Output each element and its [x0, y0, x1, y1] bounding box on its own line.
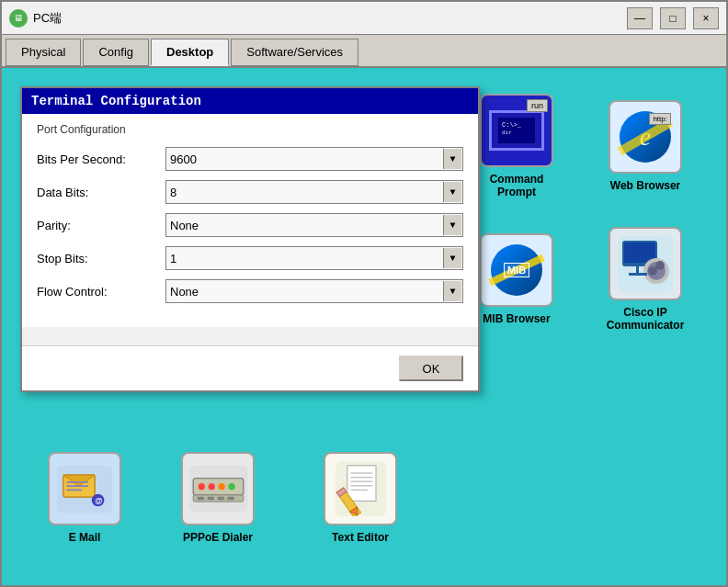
flow-control-wrapper: None XON/XOFFHardware ▼ — [165, 279, 463, 303]
bits-per-second-wrapper: 9600 30060012002400480019200384005760011… — [165, 147, 463, 171]
svg-rect-27 — [197, 497, 203, 501]
close-button[interactable]: × — [693, 7, 719, 29]
content-area: C:\>_ dir run CommandPrompt e http: — [2, 68, 726, 585]
dialog-title: Terminal Configuration — [31, 94, 201, 108]
tab-software[interactable]: Software/Services — [231, 39, 358, 66]
stop-bits-label: Stop Bits: — [37, 252, 165, 265]
email-icon-image: @ — [48, 452, 121, 525]
bits-per-second-label: Bits Per Second: — [37, 152, 165, 166]
cisco-label: Cisco IPCommunicator — [607, 306, 685, 332]
parity-row: Parity: None EvenOddMarkSpace ▼ — [37, 213, 463, 237]
pppoe-icon-image — [181, 452, 255, 525]
parity-select[interactable]: None EvenOddMarkSpace — [165, 213, 463, 237]
headset-svg — [618, 236, 673, 291]
data-bits-label: Data Bits: — [37, 186, 165, 199]
mib-icon-image: MIB — [480, 233, 553, 307]
minimize-button[interactable]: — — [627, 7, 653, 29]
svg-rect-11 — [629, 273, 647, 276]
bits-per-second-row: Bits Per Second: 9600 300600120024004800… — [37, 147, 463, 171]
svg-text:@: @ — [95, 495, 102, 504]
stop-bits-row: Stop Bits: 1 1.52 ▼ — [37, 246, 463, 270]
svg-rect-15 — [66, 480, 88, 482]
email-svg: @ — [57, 464, 112, 514]
run-badge: run — [527, 99, 548, 112]
svg-point-25 — [218, 483, 224, 490]
text-editor-icon[interactable]: Text Editor — [305, 438, 415, 558]
svg-rect-32 — [347, 466, 375, 502]
svg-rect-16 — [66, 485, 88, 487]
main-window: 🖥 PC端 — □ × Physical Config Desktop Soft… — [0, 0, 728, 587]
svg-rect-17 — [66, 489, 82, 491]
maximize-button[interactable]: □ — [660, 7, 686, 29]
terminal-config-dialog: Terminal Configuration Port Configuratio… — [20, 86, 480, 392]
title-bar: 🖥 PC端 — □ × — [2, 2, 726, 35]
ok-button[interactable]: OK — [399, 356, 463, 381]
svg-point-26 — [228, 483, 234, 490]
data-bits-row: Data Bits: 8 567 ▼ — [37, 180, 463, 204]
cmd-label: CommandPrompt — [490, 173, 544, 198]
svg-point-8 — [648, 266, 657, 276]
svg-text:C:\>_: C:\>_ — [502, 121, 522, 129]
dialog-body: Port Configuration Bits Per Second: 9600… — [22, 114, 478, 327]
pppoe-label: PPPoE Dialer — [183, 531, 253, 544]
dialog-title-bar: Terminal Configuration — [22, 88, 478, 114]
svg-rect-29 — [217, 497, 223, 501]
pppoe-svg — [188, 466, 248, 512]
svg-rect-30 — [227, 497, 233, 501]
flow-control-select[interactable]: None XON/XOFFHardware — [165, 279, 463, 303]
cisco-icon-image — [609, 227, 682, 300]
flow-control-row: Flow Control: None XON/XOFFHardware ▼ — [37, 279, 463, 303]
stop-bits-select[interactable]: 1 1.52 — [165, 246, 463, 270]
data-bits-wrapper: 8 567 ▼ — [165, 180, 463, 204]
svg-rect-28 — [207, 497, 213, 501]
bits-per-second-select[interactable]: 9600 30060012002400480019200384005760011… — [165, 147, 463, 171]
app-icon: 🖥 — [9, 9, 28, 28]
dialog-footer: OK — [22, 345, 478, 390]
texteditor-icon-image — [324, 452, 397, 525]
parity-label: Parity: — [37, 219, 165, 232]
http-badge: http: — [649, 113, 671, 125]
svg-point-9 — [655, 261, 665, 270]
cmd-icon-image: C:\>_ dir run — [480, 94, 553, 167]
web-browser-icon[interactable]: e http: Web Browser — [590, 86, 700, 206]
data-bits-select[interactable]: 8 567 — [165, 180, 463, 204]
flow-control-label: Flow Control: — [37, 285, 165, 299]
texteditor-svg — [336, 461, 386, 516]
stop-bits-wrapper: 1 1.52 ▼ — [165, 246, 463, 270]
email-label: E Mail — [69, 531, 101, 544]
cisco-ip-icon[interactable]: Cisco IPCommunicator — [590, 220, 700, 339]
tab-physical[interactable]: Physical — [6, 39, 81, 66]
window-controls: — □ × — [627, 7, 719, 29]
web-browser-label: Web Browser — [610, 179, 680, 192]
mib-label: MIB Browser — [483, 312, 550, 325]
mib-logo: MIB — [491, 244, 542, 296]
svg-rect-10 — [636, 266, 639, 274]
tab-config[interactable]: Config — [83, 39, 149, 66]
window-title: PC端 — [33, 10, 627, 27]
cmd-svg: C:\>_ dir — [498, 118, 535, 143]
text-editor-label: Text Editor — [332, 531, 389, 544]
svg-text:dir: dir — [502, 130, 512, 136]
tab-bar: Physical Config Desktop Software/Service… — [2, 35, 726, 68]
email-icon[interactable]: @ E Mail — [29, 438, 140, 558]
mib-text: MIB — [504, 263, 529, 277]
svg-point-24 — [208, 483, 214, 490]
web-icon-image: e http: — [609, 100, 682, 174]
port-config-label: Port Configuration — [37, 123, 463, 136]
tab-desktop[interactable]: Desktop — [151, 39, 229, 66]
svg-point-23 — [198, 483, 204, 490]
parity-wrapper: None EvenOddMarkSpace ▼ — [165, 213, 463, 237]
pppoe-icon[interactable]: PPPoE Dialer — [163, 438, 273, 558]
cmd-screen: C:\>_ dir — [489, 110, 544, 151]
